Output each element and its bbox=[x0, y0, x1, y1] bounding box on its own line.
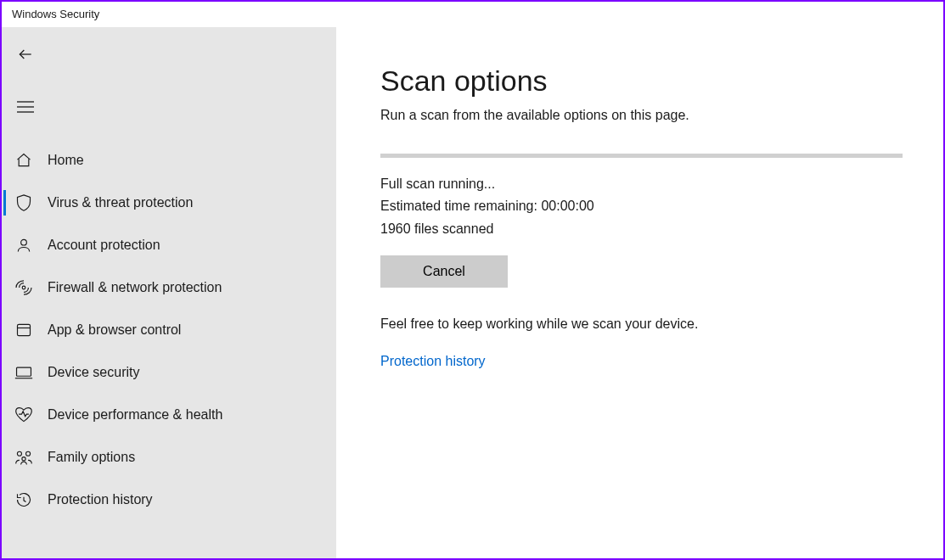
nav-list: Home Virus & threat protection Account p… bbox=[2, 139, 336, 521]
device-security-icon bbox=[14, 362, 34, 383]
home-icon bbox=[14, 150, 34, 171]
page-title: Scan options bbox=[380, 64, 903, 98]
account-icon bbox=[14, 235, 34, 255]
sidebar-item-history[interactable]: Protection history bbox=[2, 479, 336, 521]
history-icon bbox=[14, 490, 34, 510]
hamburger-button[interactable] bbox=[7, 90, 44, 124]
sidebar-item-performance[interactable]: Device performance & health bbox=[2, 394, 336, 436]
back-button[interactable] bbox=[7, 37, 44, 71]
sidebar-item-label: Family options bbox=[48, 450, 135, 465]
sidebar-item-label: Protection history bbox=[48, 492, 153, 507]
window-title: Windows Security bbox=[12, 8, 99, 20]
app-browser-icon bbox=[14, 320, 34, 340]
svg-rect-5 bbox=[18, 324, 31, 335]
shield-icon bbox=[14, 193, 34, 213]
sidebar-item-label: Device performance & health bbox=[48, 407, 222, 423]
sidebar-item-label: App & browser control bbox=[48, 322, 181, 338]
svg-rect-7 bbox=[17, 367, 31, 376]
scan-progress-bar bbox=[380, 154, 903, 158]
sidebar-item-label: Home bbox=[48, 153, 84, 168]
sidebar-item-firewall[interactable]: Firewall & network protection bbox=[2, 266, 336, 309]
sidebar-item-virus-threat[interactable]: Virus & threat protection bbox=[2, 182, 336, 224]
sidebar-item-app-browser[interactable]: App & browser control bbox=[2, 309, 336, 351]
scan-status-running: Full scan running... bbox=[380, 173, 903, 195]
firewall-icon bbox=[14, 277, 34, 298]
protection-history-link[interactable]: Protection history bbox=[380, 354, 486, 369]
scan-note: Feel free to keep working while we scan … bbox=[380, 316, 903, 332]
sidebar-item-home[interactable]: Home bbox=[2, 139, 336, 182]
svg-point-11 bbox=[22, 457, 25, 461]
main-content: Scan options Run a scan from the availab… bbox=[336, 27, 943, 558]
sidebar: Home Virus & threat protection Account p… bbox=[2, 27, 336, 558]
hamburger-icon bbox=[17, 101, 34, 113]
svg-point-9 bbox=[17, 451, 21, 456]
sidebar-item-label: Firewall & network protection bbox=[48, 280, 222, 295]
svg-point-4 bbox=[22, 286, 25, 289]
eta-label: Estimated time remaining: bbox=[380, 199, 537, 213]
title-bar: Windows Security bbox=[2, 2, 943, 27]
sidebar-item-device-security[interactable]: Device security bbox=[2, 351, 336, 394]
family-icon bbox=[14, 447, 34, 468]
svg-point-10 bbox=[26, 451, 31, 456]
scan-status-eta: Estimated time remaining: 00:00:00 bbox=[380, 195, 903, 217]
heart-icon bbox=[14, 405, 34, 425]
sidebar-item-family[interactable]: Family options bbox=[2, 436, 336, 479]
back-arrow-icon bbox=[17, 46, 34, 63]
sidebar-item-label: Device security bbox=[48, 365, 139, 380]
page-subtitle: Run a scan from the available options on… bbox=[380, 108, 903, 123]
sidebar-item-label: Account protection bbox=[48, 238, 160, 253]
eta-value: 00:00:00 bbox=[541, 199, 593, 213]
sidebar-item-label: Virus & threat protection bbox=[48, 195, 193, 210]
sidebar-item-account[interactable]: Account protection bbox=[2, 224, 336, 266]
scan-status-files: 1960 files scanned bbox=[380, 218, 903, 240]
svg-point-3 bbox=[21, 239, 27, 245]
cancel-button[interactable]: Cancel bbox=[380, 255, 508, 288]
